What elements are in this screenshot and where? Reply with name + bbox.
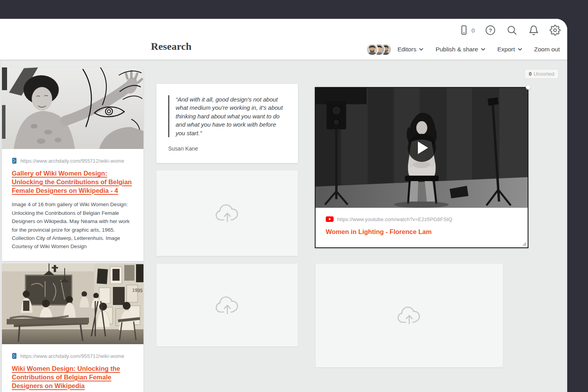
chevron-down-icon [419,48,423,51]
link-photo-portrait[interactable] [2,67,143,149]
zoom-out-label: Zoom out [534,46,560,53]
header-icon-row: 0 ? [458,24,561,36]
archdaily-favicon-icon [12,353,17,359]
youtube-icon [326,216,334,222]
video-card[interactable]: https://www.youtube.com/watch?v=E2z5PG8F… [315,87,528,248]
editors-menu-label: Editors [397,46,416,53]
editor-avatars[interactable] [366,44,392,56]
chevron-down-icon [481,48,485,51]
phone-icon [458,24,470,36]
export-menu[interactable]: Export [497,46,522,53]
upload-placeholder-card[interactable] [156,171,298,256]
publish-share-menu[interactable]: Publish & share [436,46,485,53]
publish-share-label: Publish & share [436,46,478,53]
link-url: https://www.archdaily.com/955712/wiki-wo… [20,158,124,164]
link-title[interactable]: Wiki Women Design: Unlocking the Contrib… [12,365,134,390]
video-card-body: https://www.youtube.com/watch?v=E2z5PG8F… [316,208,528,243]
unsorted-label: Unsorted [534,71,554,77]
settings-gear-icon[interactable] [549,24,561,36]
quote-card[interactable]: “And with it all, good design's not abou… [156,84,298,163]
app-window: Research 0 ? [0,19,567,392]
link-card-body: https://www.archdaily.com/955712/wiki-wo… [2,344,143,392]
archdaily-favicon-icon [12,158,17,164]
video-thumbnail[interactable] [316,88,528,208]
chevron-down-icon [518,48,522,51]
svg-text:1935: 1935 [132,287,143,293]
link-url: https://www.archdaily.com/955712/wiki-wo… [20,353,124,359]
link-title[interactable]: Gallery of Wiki Women Design: Unlocking … [12,169,134,195]
play-icon [418,142,428,154]
upload-placeholder-card[interactable] [156,264,298,347]
export-label: Export [497,46,515,53]
avatar [366,44,378,56]
cloud-upload-icon [214,295,240,316]
video-title[interactable]: Women in Lighting - Florence Lam [326,228,517,236]
header-menu-row: Editors Publish & share Export Zoom out [366,43,560,56]
cloud-upload-icon [214,203,240,224]
help-icon[interactable]: ? [485,24,496,36]
link-card-wiki-women[interactable]: 1935 [2,263,143,392]
device-preview-button[interactable]: 0 [458,24,475,36]
unsorted-count: 0 [529,71,532,77]
notifications-bell-icon[interactable] [528,24,539,36]
link-card-gallery[interactable]: https://www.archdaily.com/955712/wiki-wo… [2,67,143,261]
link-description: Image 4 of 16 from gallery of Wiki Women… [12,200,134,250]
url-row: https://www.archdaily.com/955712/wiki-wo… [12,352,134,359]
url-row: https://www.youtube.com/watch?v=E2z5PG8F… [326,216,517,223]
editors-menu[interactable]: Editors [397,46,423,53]
selection-handle[interactable] [526,85,531,90]
cloud-upload-icon [396,305,422,326]
quote-text: “And with it all, good design's not abou… [176,95,286,137]
unsorted-badge[interactable]: 0 Unsorted [524,69,559,79]
link-card-body: https://www.archdaily.com/955712/wiki-wo… [2,149,143,261]
board-header: Research 0 ? [0,19,567,60]
quote-attribution: Susan Kane [168,145,286,152]
page-title: Research [151,41,192,53]
search-icon[interactable] [506,24,518,36]
url-row: https://www.archdaily.com/955712/wiki-wo… [12,157,134,164]
play-button[interactable] [408,134,436,162]
zoom-out-button[interactable]: Zoom out [534,46,560,53]
quote-block: “And with it all, good design's not abou… [168,95,286,137]
device-count: 0 [472,27,475,34]
svg-text:?: ? [489,27,492,33]
link-photo-classroom[interactable]: 1935 [2,263,143,344]
upload-placeholder-card[interactable] [316,264,503,367]
video-url: https://www.youtube.com/watch?v=E2z5PG8F… [337,216,452,222]
resize-handle-icon[interactable] [522,241,526,246]
